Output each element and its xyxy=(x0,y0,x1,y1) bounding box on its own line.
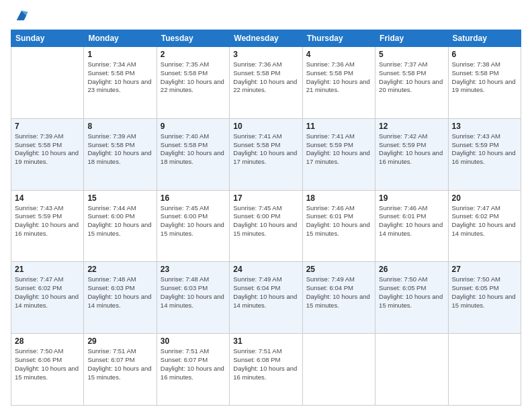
col-monday: Monday xyxy=(84,30,157,47)
day-number: 12 xyxy=(379,122,444,131)
day-info: Sunrise: 7:36 AM Sunset: 5:58 PM Dayligh… xyxy=(306,60,371,95)
day-info: Sunrise: 7:50 AM Sunset: 6:05 PM Dayligh… xyxy=(452,275,517,310)
day-number: 23 xyxy=(161,265,226,274)
calendar-week-row: 1Sunrise: 7:34 AM Sunset: 5:58 PM Daylig… xyxy=(11,47,521,119)
calendar-cell: 8Sunrise: 7:39 AM Sunset: 5:58 PM Daylig… xyxy=(84,118,157,190)
day-number: 19 xyxy=(379,193,444,203)
day-number: 4 xyxy=(306,50,371,59)
day-info: Sunrise: 7:50 AM Sunset: 6:05 PM Dayligh… xyxy=(379,275,444,310)
calendar-cell: 16Sunrise: 7:45 AM Sunset: 6:00 PM Dayli… xyxy=(157,190,229,262)
day-info: Sunrise: 7:48 AM Sunset: 6:03 PM Dayligh… xyxy=(87,275,152,310)
calendar-week-row: 28Sunrise: 7:50 AM Sunset: 6:06 PM Dayli… xyxy=(11,334,521,406)
calendar-cell: 28Sunrise: 7:50 AM Sunset: 6:06 PM Dayli… xyxy=(11,334,84,406)
header xyxy=(11,8,521,23)
day-info: Sunrise: 7:34 AM Sunset: 5:58 PM Dayligh… xyxy=(87,60,152,95)
day-number: 18 xyxy=(306,193,371,203)
day-number: 28 xyxy=(15,336,80,346)
calendar-cell: 22Sunrise: 7:48 AM Sunset: 6:03 PM Dayli… xyxy=(84,262,157,334)
day-number: 3 xyxy=(233,50,298,59)
calendar-cell: 20Sunrise: 7:47 AM Sunset: 6:02 PM Dayli… xyxy=(448,190,521,262)
calendar-cell: 23Sunrise: 7:48 AM Sunset: 6:03 PM Dayli… xyxy=(157,262,229,334)
day-number: 30 xyxy=(161,336,226,346)
calendar-week-row: 14Sunrise: 7:43 AM Sunset: 5:59 PM Dayli… xyxy=(11,190,521,262)
day-info: Sunrise: 7:51 AM Sunset: 6:08 PM Dayligh… xyxy=(233,347,298,381)
day-number: 1 xyxy=(87,50,152,59)
col-friday: Friday xyxy=(375,30,448,47)
day-number: 9 xyxy=(161,122,226,131)
page: Sunday Monday Tuesday Wednesday Thursday… xyxy=(0,0,532,411)
day-number: 29 xyxy=(87,336,152,346)
day-number: 25 xyxy=(306,265,371,274)
calendar-table: Sunday Monday Tuesday Wednesday Thursday… xyxy=(11,30,521,406)
calendar-cell: 31Sunrise: 7:51 AM Sunset: 6:08 PM Dayli… xyxy=(230,334,302,406)
day-info: Sunrise: 7:41 AM Sunset: 5:58 PM Dayligh… xyxy=(233,132,298,167)
calendar-cell xyxy=(375,334,448,406)
day-info: Sunrise: 7:44 AM Sunset: 6:00 PM Dayligh… xyxy=(87,204,152,238)
day-number: 17 xyxy=(233,193,298,203)
day-info: Sunrise: 7:46 AM Sunset: 6:01 PM Dayligh… xyxy=(379,204,444,238)
day-info: Sunrise: 7:42 AM Sunset: 5:59 PM Dayligh… xyxy=(379,132,444,167)
day-number: 2 xyxy=(161,50,226,59)
calendar-header-row: Sunday Monday Tuesday Wednesday Thursday… xyxy=(11,30,521,47)
logo-icon xyxy=(14,8,29,23)
col-wednesday: Wednesday xyxy=(230,30,302,47)
day-number: 31 xyxy=(233,336,298,346)
day-info: Sunrise: 7:48 AM Sunset: 6:03 PM Dayligh… xyxy=(161,275,226,310)
calendar-cell: 14Sunrise: 7:43 AM Sunset: 5:59 PM Dayli… xyxy=(11,190,84,262)
day-info: Sunrise: 7:40 AM Sunset: 5:58 PM Dayligh… xyxy=(161,132,226,167)
calendar-cell xyxy=(448,334,521,406)
day-number: 14 xyxy=(15,193,80,203)
day-number: 27 xyxy=(452,265,517,274)
day-info: Sunrise: 7:51 AM Sunset: 6:07 PM Dayligh… xyxy=(161,347,226,381)
calendar-cell: 18Sunrise: 7:46 AM Sunset: 6:01 PM Dayli… xyxy=(302,190,375,262)
day-number: 21 xyxy=(15,265,80,274)
calendar-cell: 19Sunrise: 7:46 AM Sunset: 6:01 PM Dayli… xyxy=(375,190,448,262)
day-info: Sunrise: 7:49 AM Sunset: 6:04 PM Dayligh… xyxy=(306,275,371,310)
day-number: 16 xyxy=(161,193,226,203)
day-number: 22 xyxy=(87,265,152,274)
calendar-cell: 12Sunrise: 7:42 AM Sunset: 5:59 PM Dayli… xyxy=(375,118,448,190)
col-tuesday: Tuesday xyxy=(157,30,229,47)
day-number: 11 xyxy=(306,122,371,131)
day-number: 15 xyxy=(87,193,152,203)
day-info: Sunrise: 7:38 AM Sunset: 5:58 PM Dayligh… xyxy=(452,60,517,95)
day-number: 26 xyxy=(379,265,444,274)
calendar-week-row: 21Sunrise: 7:47 AM Sunset: 6:02 PM Dayli… xyxy=(11,262,521,334)
calendar-cell: 10Sunrise: 7:41 AM Sunset: 5:58 PM Dayli… xyxy=(230,118,302,190)
calendar-cell: 17Sunrise: 7:45 AM Sunset: 6:00 PM Dayli… xyxy=(230,190,302,262)
calendar-cell: 25Sunrise: 7:49 AM Sunset: 6:04 PM Dayli… xyxy=(302,262,375,334)
col-sunday: Sunday xyxy=(11,30,84,47)
col-saturday: Saturday xyxy=(448,30,521,47)
calendar-cell: 2Sunrise: 7:35 AM Sunset: 5:58 PM Daylig… xyxy=(157,47,229,119)
day-info: Sunrise: 7:41 AM Sunset: 5:59 PM Dayligh… xyxy=(306,132,371,167)
calendar-cell: 26Sunrise: 7:50 AM Sunset: 6:05 PM Dayli… xyxy=(375,262,448,334)
calendar-cell: 11Sunrise: 7:41 AM Sunset: 5:59 PM Dayli… xyxy=(302,118,375,190)
calendar-cell: 5Sunrise: 7:37 AM Sunset: 5:58 PM Daylig… xyxy=(375,47,448,119)
day-info: Sunrise: 7:50 AM Sunset: 6:06 PM Dayligh… xyxy=(15,347,80,381)
day-number: 6 xyxy=(452,50,517,59)
calendar-cell: 7Sunrise: 7:39 AM Sunset: 5:58 PM Daylig… xyxy=(11,118,84,190)
day-number: 7 xyxy=(15,122,80,131)
day-info: Sunrise: 7:47 AM Sunset: 6:02 PM Dayligh… xyxy=(15,275,80,310)
day-info: Sunrise: 7:39 AM Sunset: 5:58 PM Dayligh… xyxy=(15,132,80,167)
day-info: Sunrise: 7:43 AM Sunset: 5:59 PM Dayligh… xyxy=(15,204,80,238)
calendar-week-row: 7Sunrise: 7:39 AM Sunset: 5:58 PM Daylig… xyxy=(11,118,521,190)
day-number: 13 xyxy=(452,122,517,131)
day-number: 24 xyxy=(233,265,298,274)
day-info: Sunrise: 7:35 AM Sunset: 5:58 PM Dayligh… xyxy=(161,60,226,95)
calendar-cell: 9Sunrise: 7:40 AM Sunset: 5:58 PM Daylig… xyxy=(157,118,229,190)
calendar-cell: 29Sunrise: 7:51 AM Sunset: 6:07 PM Dayli… xyxy=(84,334,157,406)
col-thursday: Thursday xyxy=(302,30,375,47)
calendar-cell xyxy=(302,334,375,406)
day-info: Sunrise: 7:43 AM Sunset: 5:59 PM Dayligh… xyxy=(452,132,517,167)
day-info: Sunrise: 7:45 AM Sunset: 6:00 PM Dayligh… xyxy=(161,204,226,238)
day-info: Sunrise: 7:46 AM Sunset: 6:01 PM Dayligh… xyxy=(306,204,371,238)
day-number: 20 xyxy=(452,193,517,203)
calendar-cell: 4Sunrise: 7:36 AM Sunset: 5:58 PM Daylig… xyxy=(302,47,375,119)
day-number: 8 xyxy=(87,122,152,131)
calendar-cell: 24Sunrise: 7:49 AM Sunset: 6:04 PM Dayli… xyxy=(230,262,302,334)
day-info: Sunrise: 7:47 AM Sunset: 6:02 PM Dayligh… xyxy=(452,204,517,238)
day-info: Sunrise: 7:36 AM Sunset: 5:58 PM Dayligh… xyxy=(233,60,298,95)
day-number: 5 xyxy=(379,50,444,59)
calendar-cell: 1Sunrise: 7:34 AM Sunset: 5:58 PM Daylig… xyxy=(84,47,157,119)
